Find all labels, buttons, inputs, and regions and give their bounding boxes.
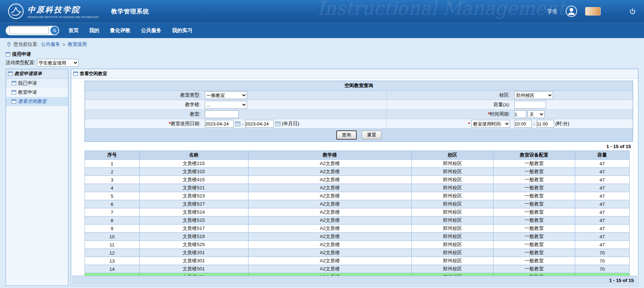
nav-item[interactable]: 首页 xyxy=(68,27,79,34)
table-cell: A2文质楼 xyxy=(248,168,412,176)
university-name-cn: 中原科技学院 xyxy=(27,5,99,15)
time-mode-cell: * 教室使用时间: xyxy=(386,119,512,128)
period-label: *时间周期: xyxy=(386,110,512,118)
table-cell: 47 xyxy=(575,225,630,233)
table-cell: 一般教室 xyxy=(493,160,575,168)
table-cell: 郑州校区 xyxy=(412,257,493,265)
window-icon xyxy=(12,90,16,94)
table-cell: 郑州校区 xyxy=(412,184,493,192)
period-input[interactable] xyxy=(514,110,526,118)
table-row[interactable]: 8文质楼515A2文质楼郑州校区一般教室47 xyxy=(85,216,630,225)
table-cell: 郑州校区 xyxy=(412,265,493,273)
breadcrumb-current[interactable]: 教室借用 xyxy=(68,41,87,48)
table-cell: A2文质楼 xyxy=(248,200,412,208)
time-mode-select[interactable]: 教室使用时间: xyxy=(471,120,510,128)
table-cell: 14 xyxy=(85,265,140,273)
nav-item[interactable]: 量化评教 xyxy=(110,27,130,34)
avatar[interactable] xyxy=(565,5,577,17)
table-cell: 47 xyxy=(575,160,630,168)
query-button[interactable]: 查询 xyxy=(336,130,357,140)
query-form-title: 空闲教室查询 xyxy=(85,81,633,91)
reset-button[interactable]: 重置 xyxy=(362,131,381,139)
panel-body: 空闲教室查询 教室类型: 一般教室 校区: 郑州校区 xyxy=(71,79,638,276)
table-cell: 47 xyxy=(575,184,630,192)
table-cell: 1 xyxy=(85,160,140,168)
table-cell: 文质楼517 xyxy=(139,225,248,233)
sidebar-item[interactable]: 查看空闲教室 xyxy=(6,97,68,106)
breadcrumb-section[interactable]: 公共服务 xyxy=(41,41,60,48)
table-row[interactable]: 4文质楼521A2文质楼郑州校区一般教室47 xyxy=(85,184,630,192)
table-cell: A2文质楼 xyxy=(248,192,412,200)
table-row[interactable]: 10文质楼519A2文质楼郑州校区一般教室47 xyxy=(85,233,630,241)
date-to-input[interactable] xyxy=(245,120,274,128)
table-cell: 郑州校区 xyxy=(412,249,493,257)
column-header: 序号 xyxy=(85,151,140,160)
logout-power-icon[interactable] xyxy=(629,8,636,15)
table-cell: 47 xyxy=(575,208,630,216)
table-row[interactable]: 13文质楼301A2文质楼郑州校区一般教室70 xyxy=(85,257,630,265)
table-row[interactable]: 2文质楼315A2文质楼郑州校区一般教室47 xyxy=(85,168,630,176)
search-input[interactable] xyxy=(9,26,49,34)
table-cell: 一般教室 xyxy=(493,176,575,184)
table-cell: A2文质楼 xyxy=(248,273,412,276)
table-row[interactable]: 12文质楼201A2文质楼郑州校区一般教室70 xyxy=(85,249,630,257)
flag-image xyxy=(585,7,601,16)
nav-item[interactable]: 我的实习 xyxy=(172,27,192,34)
window-icon xyxy=(12,99,16,104)
panel-title: 查看空闲教室 xyxy=(80,71,107,77)
time-to-input[interactable] xyxy=(536,120,554,128)
nav-item[interactable]: 公共服务 xyxy=(141,27,161,34)
table-cell: 郑州校区 xyxy=(412,233,493,241)
table-cell: 70 xyxy=(575,273,630,276)
table-cell: 一般教室 xyxy=(493,233,575,241)
date-from-input[interactable] xyxy=(205,120,234,128)
table-cell: 一般教室 xyxy=(493,184,575,192)
sidebar-item[interactable]: 我已申请 xyxy=(6,79,68,88)
activity-type-row: 活动类型配置: 学生教室借用 xyxy=(0,58,644,69)
sidebar-item[interactable]: 教室申请 xyxy=(6,88,68,97)
university-name-en: ZHONGYUAN INSTITUTE OF SCIENCE AND TECHN… xyxy=(27,16,99,18)
header-right: 学生 xyxy=(547,5,636,17)
capacity-input[interactable] xyxy=(514,101,546,109)
table-cell: 47 xyxy=(575,241,630,249)
table-cell: 一般教室 xyxy=(493,273,575,276)
date-label: *教室使用日期: xyxy=(85,120,203,128)
table-cell: 文质楼315 xyxy=(139,168,248,176)
table-row[interactable]: 5文质楼523A2文质楼郑州校区一般教室47 xyxy=(85,192,630,200)
table-row[interactable]: 3文质楼415A2文质楼郑州校区一般教室47 xyxy=(85,176,630,184)
calendar-icon[interactable] xyxy=(275,121,281,126)
table-cell: 文质楼401 xyxy=(139,273,248,276)
table-row[interactable]: 11文质楼525A2文质楼郑州校区一般教室47 xyxy=(85,241,630,249)
window-icon xyxy=(12,81,16,85)
activity-type-select[interactable]: 学生教室借用 xyxy=(37,59,79,67)
table-cell: 47 xyxy=(575,233,630,241)
rooms-table-body: 1文质楼215A2文质楼郑州校区一般教室472文质楼315A2文质楼郑州校区一般… xyxy=(85,160,630,276)
nav-bar: 首页我的量化评教公共服务我的实习 xyxy=(0,23,644,38)
building-label: 教学楼: xyxy=(85,101,203,109)
panel-title-row: 查看空闲教室 xyxy=(71,69,638,79)
table-row[interactable]: 6文质楼527A2文质楼郑州校区一般教室47 xyxy=(85,200,630,208)
time-from-input[interactable] xyxy=(514,120,532,128)
table-cell: A2文质楼 xyxy=(248,216,412,225)
building-select[interactable]: ... xyxy=(205,101,247,109)
table-row[interactable]: 15文质楼401A2文质楼郑州校区一般教室70 xyxy=(85,273,630,276)
table-row[interactable]: 9文质楼517A2文质楼郑州校区一般教室47 xyxy=(85,225,630,233)
table-cell: A2文质楼 xyxy=(248,225,412,233)
table-cell: 一般教室 xyxy=(493,225,575,233)
table-row[interactable]: 7文质楼514A2文质楼郑州校区一般教室47 xyxy=(85,208,630,216)
rooms-table: 序号名称教学楼校区教室设备配置容量 1文质楼215A2文质楼郑州校区一般教室47… xyxy=(85,151,630,276)
table-row[interactable]: 14文质楼501A2文质楼郑州校区一般教室70 xyxy=(85,265,630,273)
calendar-icon[interactable] xyxy=(235,121,240,126)
date-separator: - xyxy=(242,121,244,127)
search-button[interactable] xyxy=(50,26,59,35)
room-type-select[interactable]: 一般教室 xyxy=(205,91,247,99)
room-type-label: 教室类型: xyxy=(85,91,203,99)
room-input[interactable] xyxy=(205,110,239,118)
table-cell: 一般教室 xyxy=(493,200,575,208)
campus-select[interactable]: 郑州校区 xyxy=(514,91,553,99)
nav-item[interactable]: 我的 xyxy=(89,27,99,34)
table-row[interactable]: 1文质楼215A2文质楼郑州校区一般教室47 xyxy=(85,160,630,168)
table-cell: 文质楼215 xyxy=(139,160,248,168)
period-unit-select[interactable]: 天 xyxy=(528,110,545,118)
search-icon xyxy=(53,29,57,33)
